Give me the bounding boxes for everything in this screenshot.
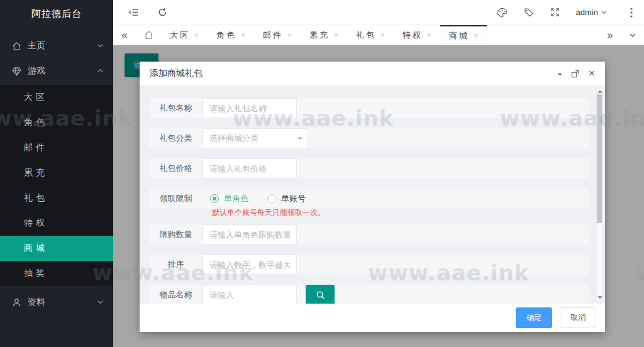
tab-label: 邮件: [263, 30, 283, 41]
sidebar-item-game[interactable]: 游戏: [0, 58, 113, 84]
sort-input[interactable]: [203, 255, 297, 275]
field-label: 排序: [149, 255, 203, 275]
close-icon[interactable]: ×: [589, 67, 595, 80]
top-toolbar: admin: [113, 0, 644, 25]
tab-mall[interactable]: 商城×: [440, 25, 487, 45]
radio-single-account[interactable]: 单账号: [267, 193, 306, 204]
tab-role[interactable]: 角色×: [208, 25, 254, 45]
close-icon[interactable]: ×: [334, 31, 338, 40]
tabs-menu-icon[interactable]: [621, 25, 644, 45]
tab-privilege[interactable]: 特权×: [394, 25, 440, 45]
form-row-item-name: 物品名称: [149, 285, 589, 304]
modal-header: 添加商城礼包 - ×: [140, 62, 605, 85]
theme-palette-icon[interactable]: [497, 8, 508, 18]
scroll-up-icon[interactable]: [597, 90, 602, 93]
tab-bigzone[interactable]: 大区×: [161, 25, 208, 45]
more-options-icon[interactable]: [630, 8, 633, 18]
close-icon[interactable]: ×: [287, 31, 292, 40]
sidebar-submenu-game: 大区 角色 邮件 累充 礼包 特权 商城 抽奖: [0, 85, 113, 286]
sidebar-item-mail[interactable]: 邮件: [0, 135, 113, 160]
tab-label: 角色: [216, 30, 236, 41]
home-icon: [11, 41, 21, 51]
radio-single-role[interactable]: 单角色: [210, 193, 248, 204]
confirm-button[interactable]: 确定: [516, 307, 552, 328]
gem-icon: [11, 66, 21, 76]
claim-limit-note: 默认单个账号每天只能领取一次。: [149, 207, 589, 218]
tag-icon[interactable]: [524, 8, 534, 18]
sidebar: 阿拉德后台 主页 游戏 大区 角色 邮件 累充 礼包 特权: [0, 0, 113, 347]
sidebar-item-label: 主页: [28, 40, 97, 52]
sidebar-item-lottery[interactable]: 抽奖: [0, 261, 113, 286]
close-icon[interactable]: ×: [474, 31, 478, 40]
user-icon: [11, 297, 21, 307]
item-name-input[interactable]: [203, 285, 297, 304]
sidebar-item-recharge[interactable]: 累充: [0, 160, 113, 185]
tab-label: 特权: [402, 30, 423, 41]
field-label: 礼包分类: [149, 128, 203, 148]
gift-name-input[interactable]: [203, 98, 297, 118]
field-label: 物品名称: [149, 285, 203, 304]
tab-giftpack[interactable]: 礼包×: [347, 25, 394, 45]
tab-mail[interactable]: 邮件×: [254, 25, 301, 45]
close-icon[interactable]: ×: [194, 31, 199, 40]
field-label: 领取限制: [149, 189, 203, 209]
fullscreen-icon[interactable]: [550, 8, 560, 17]
tab-recharge[interactable]: 累充×: [301, 25, 347, 45]
form-row-gift-price: 礼包价格: [149, 158, 589, 179]
maximize-icon[interactable]: [571, 70, 579, 78]
tabs-scroll-right-icon[interactable]: »: [599, 25, 621, 45]
gift-price-input[interactable]: [203, 158, 297, 179]
modal-body: 礼包名称 礼包分类 选择商城分类 礼包价格 领取限制 单角: [140, 85, 605, 304]
tab-label: 累充: [309, 30, 330, 41]
close-icon[interactable]: ×: [380, 31, 385, 40]
purchase-limit-input[interactable]: [203, 224, 297, 245]
close-icon[interactable]: ×: [241, 31, 245, 40]
app-title: 阿拉德后台: [0, 0, 113, 28]
field-label: 礼包价格: [149, 158, 203, 179]
sidebar-item-role[interactable]: 角色: [0, 110, 113, 135]
claim-limit-radio-group: 单角色 单账号: [203, 189, 306, 209]
refresh-icon[interactable]: [158, 8, 167, 17]
tab-label: 礼包: [356, 30, 376, 41]
home-icon: [144, 30, 153, 40]
sidebar-item-home[interactable]: 主页: [0, 33, 113, 58]
scroll-down-icon[interactable]: [597, 296, 602, 299]
tab-label: 大区: [170, 30, 190, 41]
modal-footer: 确定 取消: [140, 304, 605, 332]
form-row-gift-category: 礼包分类 选择商城分类: [149, 128, 589, 148]
user-menu[interactable]: admin: [576, 8, 608, 17]
select-placeholder: 选择商城分类: [209, 133, 258, 144]
close-icon[interactable]: ×: [427, 31, 431, 40]
search-icon: [316, 290, 325, 300]
gift-category-select[interactable]: 选择商城分类: [203, 128, 308, 148]
chevron-down-icon: [297, 137, 303, 140]
form-row-claim-limit: 领取限制 单角色 单账号: [149, 189, 589, 209]
sidebar-item-bigzone[interactable]: 大区: [0, 85, 113, 110]
search-button[interactable]: [306, 285, 335, 304]
minimize-icon[interactable]: -: [558, 70, 562, 77]
field-label: 限购数量: [149, 224, 203, 245]
chevron-down-icon: [97, 42, 104, 50]
tab-home[interactable]: [136, 25, 161, 45]
scrollbar-thumb[interactable]: [597, 94, 602, 223]
sidebar-item-giftpack[interactable]: 礼包: [0, 185, 113, 211]
modal-scrollbar[interactable]: [596, 88, 602, 301]
sidebar-item-label: 游戏: [28, 65, 97, 77]
form-row-sort: 排序: [149, 255, 589, 275]
sidebar-item-mall[interactable]: 商城: [0, 236, 113, 261]
chevron-up-icon: [97, 67, 104, 75]
cancel-button[interactable]: 取消: [560, 307, 596, 328]
app-window: 阿拉德后台 主页 游戏 大区 角色 邮件 累充 礼包 特权: [0, 0, 644, 347]
form-row-gift-name: 礼包名称: [149, 98, 589, 118]
form-row-purchase-limit: 限购数量: [149, 224, 589, 245]
menu-collapse-icon[interactable]: [128, 8, 139, 17]
chevron-down-icon: [601, 9, 608, 16]
radio-selected-icon: [210, 194, 219, 203]
sidebar-item-profile[interactable]: 资料: [0, 290, 113, 315]
sidebar-item-privilege[interactable]: 特权: [0, 211, 113, 236]
tabs-scroll-left-icon[interactable]: «: [113, 25, 136, 45]
tab-label: 商城: [449, 30, 469, 41]
radio-label: 单角色: [224, 193, 248, 204]
radio-label: 单账号: [281, 193, 306, 204]
modal-title: 添加商城礼包: [150, 68, 203, 79]
